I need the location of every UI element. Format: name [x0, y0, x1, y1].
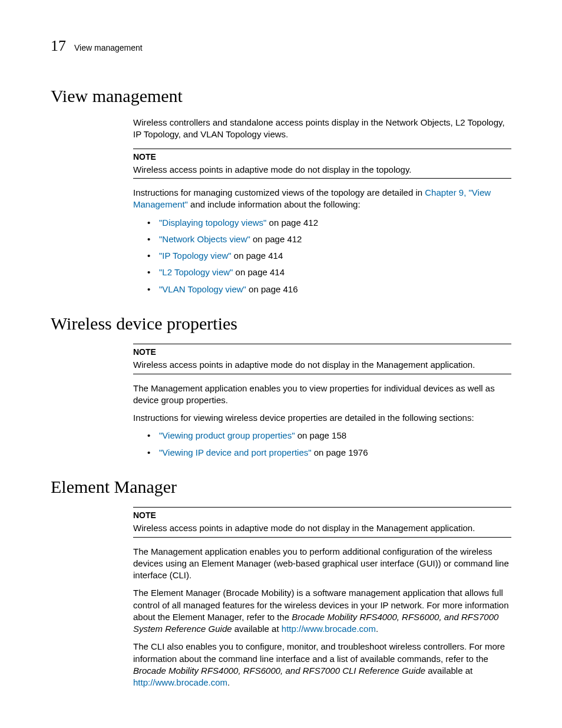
- running-header: 17 View management: [51, 35, 511, 56]
- cross-reference-link[interactable]: "IP Topology view": [159, 251, 232, 261]
- list-item: "Displaying topology views" on page 412: [147, 217, 511, 229]
- list-item: "Viewing product group properties" on pa…: [147, 430, 511, 442]
- note-text: Wireless access points in adaptive mode …: [133, 360, 475, 370]
- cross-reference-link[interactable]: "Viewing product group properties": [159, 430, 295, 440]
- note-text: Wireless access points in adaptive mode …: [133, 164, 412, 174]
- text-run: available at: [232, 624, 282, 634]
- text-run: .: [227, 677, 230, 687]
- list-item: "VLAN Topology view" on page 416: [147, 284, 511, 295]
- document-page: 17 View management View management Wirel…: [0, 0, 562, 728]
- text-run: on page 412: [266, 218, 318, 228]
- chapter-number: 17: [51, 35, 66, 56]
- external-link[interactable]: http://www.brocade.com: [133, 677, 227, 687]
- text-run: on page 1976: [312, 447, 368, 457]
- heading-view-management: View management: [51, 84, 511, 108]
- text-run: on page 414: [232, 251, 283, 261]
- text-run: Instructions for managing customized vie…: [133, 187, 425, 197]
- emphasis: Brocade Mobility RFS4000, RFS6000, and R…: [133, 666, 425, 676]
- text-run: The CLI also enables you to configure, m…: [133, 641, 505, 663]
- note-box: NOTE Wireless access points in adaptive …: [133, 149, 511, 179]
- text-run: available at: [425, 666, 472, 676]
- note-box: NOTE Wireless access points in adaptive …: [133, 507, 511, 537]
- paragraph: The Management application enables you t…: [133, 546, 511, 582]
- text-run: on page 412: [250, 234, 302, 244]
- section-body-wireless-props: NOTE Wireless access points in adaptive …: [133, 344, 511, 458]
- external-link[interactable]: http://www.brocade.com: [282, 624, 376, 634]
- text-run: on page 158: [295, 430, 347, 440]
- bullet-list: "Displaying topology views" on page 412 …: [147, 217, 511, 295]
- note-label: NOTE: [133, 347, 511, 358]
- cross-reference-link[interactable]: "Viewing IP device and port properties": [159, 447, 312, 457]
- bullet-list: "Viewing product group properties" on pa…: [147, 430, 511, 459]
- paragraph: The Management application enables you t…: [133, 383, 511, 407]
- paragraph: The Element Manager (Brocade Mobility) i…: [133, 587, 511, 635]
- section-body-view-management: Wireless controllers and standalone acce…: [133, 117, 511, 295]
- heading-wireless-device-properties: Wireless device properties: [51, 312, 511, 336]
- note-box: NOTE Wireless access points in adaptive …: [133, 344, 511, 374]
- cross-reference-link[interactable]: "VLAN Topology view": [159, 284, 246, 294]
- cross-reference-link[interactable]: "L2 Topology view": [159, 267, 233, 277]
- list-item: "Viewing IP device and port properties" …: [147, 447, 511, 459]
- section-body-element-manager: NOTE Wireless access points in adaptive …: [133, 507, 511, 689]
- chapter-title: View management: [74, 42, 143, 54]
- heading-element-manager: Element Manager: [51, 475, 511, 499]
- note-label: NOTE: [133, 151, 511, 163]
- list-item: "L2 Topology view" on page 414: [147, 266, 511, 278]
- paragraph: Instructions for managing customized vie…: [133, 187, 511, 211]
- text-run: on page 414: [233, 267, 285, 277]
- text-run: on page 416: [246, 284, 298, 294]
- list-item: "IP Topology view" on page 414: [147, 250, 511, 262]
- note-label: NOTE: [133, 510, 511, 521]
- text-run: .: [376, 624, 378, 634]
- list-item: "Network Objects view" on page 412: [147, 233, 511, 245]
- cross-reference-link[interactable]: "Displaying topology views": [159, 218, 266, 228]
- paragraph: Wireless controllers and standalone acce…: [133, 117, 511, 141]
- paragraph: Instructions for viewing wireless device…: [133, 412, 511, 424]
- paragraph: The CLI also enables you to configure, m…: [133, 641, 511, 689]
- text-run: and include information about the follow…: [188, 199, 361, 209]
- note-text: Wireless access points in adaptive mode …: [133, 523, 475, 533]
- cross-reference-link[interactable]: "Network Objects view": [159, 234, 250, 244]
